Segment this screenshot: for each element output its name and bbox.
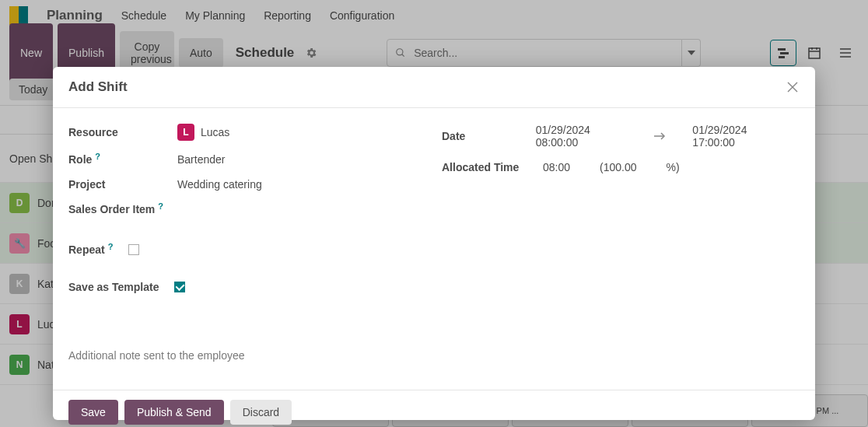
close-icon[interactable] [786, 80, 800, 94]
date-to-field[interactable]: 01/29/2024 17:00:00 [692, 124, 784, 149]
repeat-checkbox[interactable] [128, 244, 139, 255]
repeat-label: Repeat ? [68, 243, 113, 256]
help-icon[interactable]: ? [108, 242, 114, 251]
allocated-pct-open: (100.00 [600, 161, 636, 173]
resource-field[interactable]: L Lucas [177, 124, 395, 141]
discard-button[interactable]: Discard [230, 400, 292, 425]
save-template-label: Save as Template [68, 281, 159, 293]
date-from-field[interactable]: 01/29/2024 08:00:00 [536, 124, 628, 149]
help-icon[interactable]: ? [95, 152, 100, 161]
allocated-label: Allocated Time [442, 161, 527, 173]
allocated-hours-field[interactable]: 08:00 [543, 161, 570, 173]
additional-note-field[interactable]: Additional note sent to the employee [68, 349, 800, 362]
project-label: Project [68, 178, 162, 191]
modal-title: Add Shift [68, 79, 128, 95]
add-shift-modal: Add Shift Resource L Lucas Role ? [53, 67, 815, 420]
arrow-right-icon [653, 132, 666, 140]
allocated-pct-close: %) [667, 161, 680, 173]
date-label: Date [442, 130, 520, 142]
project-field[interactable]: Wedding catering [177, 178, 395, 191]
save-template-checkbox[interactable] [174, 282, 185, 292]
modal-overlay: Add Shift Resource L Lucas Role ? [0, 0, 868, 427]
role-label: Role ? [68, 153, 162, 166]
save-button[interactable]: Save [68, 400, 118, 425]
resource-name: Lucas [201, 126, 229, 138]
role-field[interactable]: Bartender [177, 153, 395, 166]
publish-send-button[interactable]: Publish & Send [124, 400, 224, 425]
sales-order-label: Sales Order Item ? [68, 203, 177, 215]
resource-label: Resource [68, 126, 162, 138]
resource-avatar: L [177, 124, 194, 141]
help-icon[interactable]: ? [158, 201, 163, 211]
